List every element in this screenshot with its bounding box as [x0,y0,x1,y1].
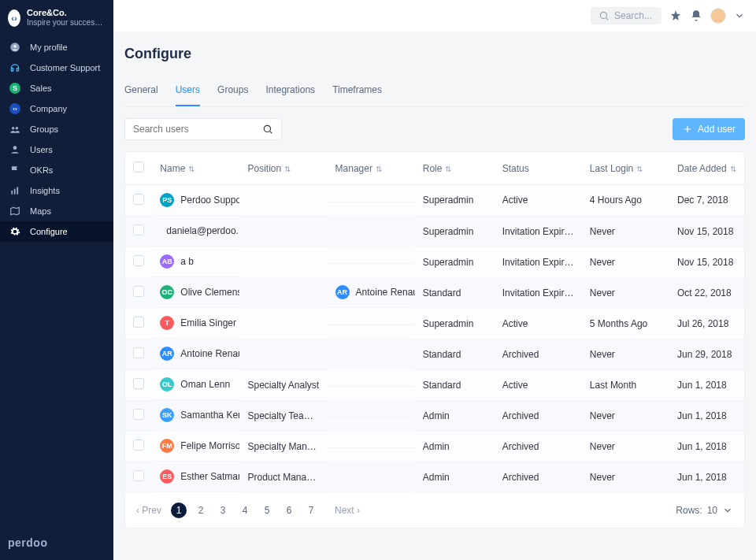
sidebar-item-label: Insights [30,186,60,195]
sidebar-item-my-profile[interactable]: My profile [0,37,113,57]
cell-last-login: 4 Hours Ago [582,185,669,217]
row-checkbox[interactable] [133,286,144,297]
th-last-login[interactable]: Last Login⇅ [582,152,669,185]
page-number[interactable]: 1 [171,503,187,518]
groups-icon [8,124,22,135]
chevron-down-icon[interactable] [734,10,745,21]
sidebar-item-groups[interactable]: Groups [0,119,113,139]
row-checkbox[interactable] [133,224,144,235]
sidebar-item-sales[interactable]: S Sales [0,78,113,98]
page-number[interactable]: 7 [303,503,319,518]
table-row[interactable]: ABa bSuperadminInvitation ExpiredNeverNo… [125,247,744,277]
brand[interactable]: ‹› Core&Co. Inspire your success ... [0,0,113,37]
users-search[interactable] [124,118,282,140]
row-checkbox[interactable] [133,194,144,205]
table-row[interactable]: ARAntoine RenaultStandardArchivedNeverJu… [125,339,744,369]
table-row[interactable]: TEmilia SingerSuperadminActive5 Months A… [125,308,744,339]
cell-last-login: Never [582,277,669,308]
tab-timeframes[interactable]: Timeframes [332,76,382,106]
user-initials-icon: ES [160,469,174,484]
cell-status: Active [495,308,582,339]
tab-general[interactable]: General [124,76,158,106]
prev-button[interactable]: ‹ Prev [136,505,161,516]
row-checkbox[interactable] [133,255,144,266]
table-row[interactable]: PSPerdoo SupportSuperadminActive4 Hours … [125,185,744,217]
cell-date-added: Jun 1, 2018 [669,431,744,462]
row-checkbox[interactable] [133,409,144,420]
table-row[interactable]: daniela@perdoo....SuperadminInvitation E… [125,216,744,247]
rows-per-page[interactable]: Rows: 10 [676,505,733,516]
table-row[interactable]: FMFelipe MorrisonSpecialty ManagerAdminA… [125,431,744,462]
page-number[interactable]: 3 [215,503,231,518]
sort-icon: ⇅ [445,165,451,173]
tab-integrations[interactable]: Integrations [265,76,315,106]
bell-icon[interactable] [690,9,702,22]
cell-manager [328,247,415,264]
sidebar-item-users[interactable]: Users [0,139,113,160]
select-all-checkbox[interactable] [133,161,144,172]
star-icon[interactable] [669,9,682,22]
user-name: Felipe Morrison [180,440,239,451]
global-search[interactable]: Search... [591,7,662,24]
cell-last-login: Last Month [582,369,669,400]
user-name: a b [180,256,194,267]
cell-date-added: Jun 29, 2018 [669,339,744,369]
row-checkbox[interactable] [133,439,144,451]
tab-groups[interactable]: Groups [217,76,248,106]
th-position[interactable]: Position⇅ [239,152,327,185]
cell-date-added: Nov 15, 2018 [669,247,744,277]
sales-badge-icon: S [8,83,22,94]
svg-rect-6 [14,189,16,195]
row-checkbox[interactable] [133,317,144,328]
user-name: Samantha Kerr [180,410,239,421]
th-status[interactable]: Status [495,152,582,185]
sidebar-item-label: Users [30,145,53,154]
cell-role: Admin [415,431,495,462]
cell-manager [328,221,415,238]
cell-position [239,339,327,369]
cell-status: Archived [495,462,582,492]
th-manager[interactable]: Manager⇅ [328,152,415,185]
sidebar-item-company[interactable]: ‹› Company [0,98,113,119]
user-initials-icon: T [160,316,174,330]
sidebar-item-customer-support[interactable]: Customer Support [0,57,113,78]
th-role[interactable]: Role⇅ [415,152,495,185]
tab-users[interactable]: Users [176,76,200,106]
cell-name: SKSamantha Kerr [152,400,239,431]
page-number[interactable]: 5 [259,503,275,518]
user-initials-icon: OL [160,377,174,391]
th-name[interactable]: Name⇅ [152,152,239,185]
table-row[interactable]: ESEsther SatmanProduct ManagerAdminArchi… [125,462,744,492]
row-checkbox[interactable] [133,470,144,481]
cell-name: ABa b [152,247,239,277]
cell-role: Standard [415,339,495,369]
table-row[interactable]: OLOman LennSpecialty AnalystStandardActi… [125,369,744,400]
cell-position: Specialty Team Lead [239,400,327,431]
row-checkbox[interactable] [133,378,144,389]
sidebar-item-maps[interactable]: Maps [0,201,113,221]
user-name: Antoine Renault [180,348,239,359]
page-number[interactable]: 6 [281,503,297,518]
next-button[interactable]: Next › [335,505,360,516]
users-search-input[interactable] [133,124,251,135]
add-user-button[interactable]: Add user [673,118,745,140]
table-row[interactable]: SKSamantha KerrSpecialty Team LeadAdminA… [125,400,744,431]
cell-role: Superadmin [415,308,495,339]
map-icon [8,206,22,217]
sidebar-item-okrs[interactable]: OKRs [0,160,113,180]
avatar[interactable] [710,8,726,24]
user-name: Esther Satman [180,471,239,482]
sidebar-item-configure[interactable]: Configure [0,221,113,242]
sidebar-item-insights[interactable]: Insights [0,180,113,201]
table-row[interactable]: OCOlive ClemensARAntoine RenaultStandard… [125,277,744,308]
svg-point-8 [600,12,606,18]
page-number[interactable]: 4 [237,503,253,518]
chevron-down-icon [722,505,733,516]
page-number[interactable]: 2 [193,503,209,518]
manager-name: Antoine Renault [356,287,415,298]
search-icon [262,124,273,135]
sidebar-footer-logo: perdoo [0,536,113,560]
row-checkbox[interactable] [133,347,144,358]
th-date-added[interactable]: Date Added⇅ [669,152,744,185]
topbar: Search... [113,0,756,32]
